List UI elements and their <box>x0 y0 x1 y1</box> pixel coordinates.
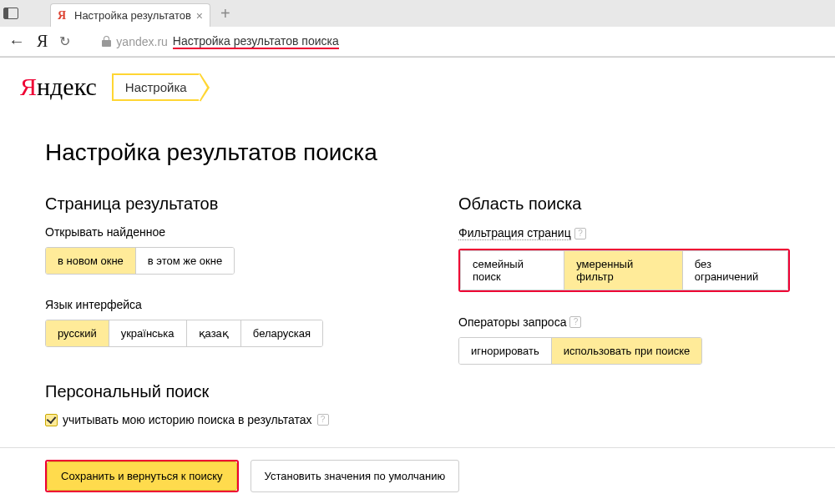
lock-icon <box>102 36 111 47</box>
url-host: yandex.ru <box>116 35 167 48</box>
page-header: Яндекс Настройка <box>20 73 815 101</box>
operators-ignore[interactable]: игнорировать <box>459 338 552 364</box>
filter-moderate[interactable]: умеренный фильтр <box>564 250 682 290</box>
reload-button[interactable]: ↻ <box>59 33 70 49</box>
address-bar: ← Я ↻ yandex.ru Настройка результатов по… <box>0 27 835 57</box>
personal-search-heading: Персональный поиск <box>45 382 425 401</box>
page-title: Настройка результатов поиска <box>45 139 790 166</box>
open-found-label: Открывать найденное <box>45 225 425 239</box>
open-found-same-window[interactable]: в этом же окне <box>136 248 234 274</box>
browser-tab[interactable]: Я Настройка результатов × <box>50 3 210 27</box>
back-button[interactable]: ← <box>8 32 25 51</box>
open-found-new-window[interactable]: в новом окне <box>46 248 136 274</box>
search-scope-heading: Область поиска <box>458 194 790 214</box>
ui-lang-ukrainian[interactable]: українська <box>109 320 187 346</box>
help-icon[interactable]: ? <box>569 316 581 328</box>
close-tab-icon[interactable]: × <box>196 9 203 23</box>
help-icon[interactable]: ? <box>574 228 586 239</box>
filter-none[interactable]: без ограничений <box>683 250 788 290</box>
history-checkbox[interactable] <box>45 414 58 426</box>
operators-use[interactable]: использовать при поиске <box>552 338 701 364</box>
history-checkbox-label: учитывать мою историю поиска в результат… <box>63 413 312 426</box>
panel-toggle-icon[interactable] <box>3 8 18 19</box>
new-tab-button[interactable]: + <box>214 4 237 23</box>
results-page-heading: Страница результатов <box>45 194 425 214</box>
filter-highlight: семейный поиск умеренный фильтр без огра… <box>458 249 790 292</box>
history-checkbox-row[interactable]: учитывать мою историю поиска в результат… <box>45 413 425 426</box>
help-icon[interactable]: ? <box>317 414 329 426</box>
operators-group: игнорировать использовать при поиске <box>458 337 702 365</box>
header-tab-settings[interactable]: Настройка <box>112 73 200 101</box>
yandex-logo[interactable]: Яндекс <box>20 73 97 101</box>
open-found-group: в новом окне в этом же окне <box>45 247 235 275</box>
ui-lang-label: Язык интерфейса <box>45 298 425 311</box>
reset-button[interactable]: Установить значения по умолчанию <box>250 460 460 492</box>
browser-home-icon[interactable]: Я <box>37 32 48 51</box>
yandex-favicon-icon: Я <box>58 10 69 22</box>
ui-lang-belarusian[interactable]: беларуская <box>241 320 322 346</box>
filter-group: семейный поиск умеренный фильтр без огра… <box>460 250 788 290</box>
tab-title: Настройка результатов <box>74 9 191 22</box>
ui-lang-kazakh[interactable]: қазақ <box>187 320 241 346</box>
filter-label[interactable]: Фильтрация страниц <box>458 226 571 240</box>
operators-label: Операторы запроса ? <box>458 315 790 329</box>
filter-family[interactable]: семейный поиск <box>460 250 564 290</box>
footer: Сохранить и вернуться к поиску Установит… <box>0 447 835 504</box>
url-display[interactable]: yandex.ru Настройка результатов поиска <box>102 34 338 49</box>
tab-bar: Я Настройка результатов × + <box>0 0 835 27</box>
browser-chrome: Я Настройка результатов × + ← Я ↻ yandex… <box>0 0 835 58</box>
save-highlight: Сохранить и вернуться к поиску <box>45 460 239 492</box>
save-button[interactable]: Сохранить и вернуться к поиску <box>47 461 237 491</box>
url-page: Настройка результатов поиска <box>173 34 339 49</box>
ui-lang-russian[interactable]: русский <box>46 320 109 346</box>
page-content: Яндекс Настройка Настройка результатов п… <box>0 58 835 435</box>
ui-lang-group: русский українська қазақ беларуская <box>45 320 323 347</box>
